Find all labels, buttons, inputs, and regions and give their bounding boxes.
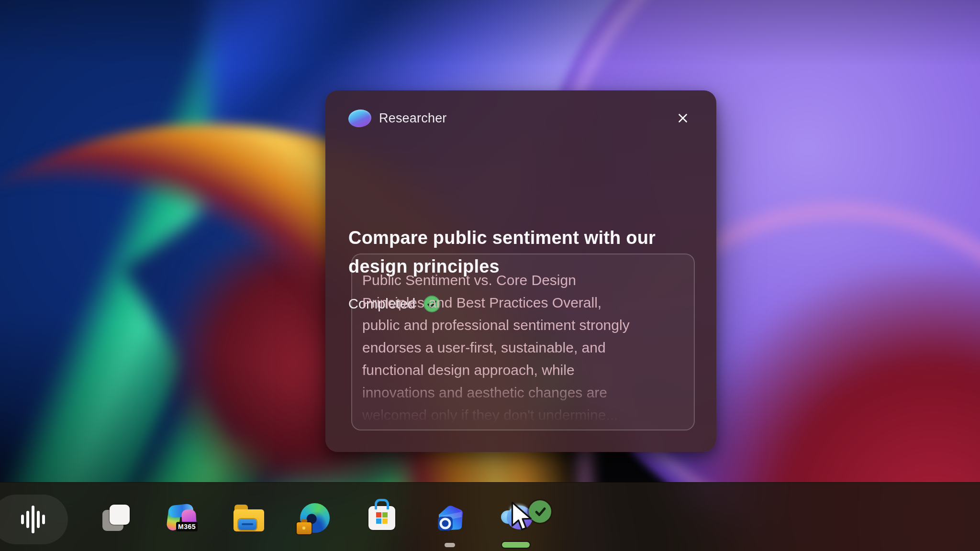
m365-copilot-icon: M365: [166, 502, 198, 534]
outlook-icon: [434, 504, 465, 532]
taskbar-outlook-button[interactable]: [431, 499, 469, 537]
voice-waveform-icon: [21, 495, 45, 544]
edge-icon: [300, 503, 330, 533]
microsoft-store-icon: [368, 506, 395, 530]
taskbar-file-explorer-button[interactable]: [230, 499, 268, 537]
copilot-active-indicator: [502, 542, 530, 548]
researcher-app-icon: [347, 108, 372, 129]
mouse-cursor-icon: [511, 501, 536, 533]
outlook-running-indicator: [445, 543, 455, 547]
m365-badge: M365: [176, 522, 198, 531]
card-header: Researcher: [348, 108, 697, 129]
researcher-card: Researcher Compare public sentiment with…: [325, 90, 716, 452]
summary-text: Public Sentiment vs. Core Design Princip…: [352, 254, 694, 426]
file-explorer-icon: [234, 505, 264, 531]
close-icon: [676, 111, 690, 125]
taskbar-task-view-button[interactable]: [97, 499, 135, 537]
taskbar: M365: [0, 482, 980, 551]
desktop: Researcher Compare public sentiment with…: [0, 0, 980, 551]
work-briefcase-icon: [297, 522, 312, 534]
taskbar-voice-indicator[interactable]: [0, 495, 68, 544]
close-button[interactable]: [672, 108, 693, 129]
taskbar-edge-button[interactable]: [296, 499, 334, 537]
summary-box[interactable]: Public Sentiment vs. Core Design Princip…: [351, 253, 695, 430]
taskbar-m365-copilot-button[interactable]: M365: [163, 499, 201, 537]
taskbar-store-button[interactable]: [363, 499, 401, 537]
task-view-icon: [101, 504, 131, 532]
researcher-app-name: Researcher: [379, 111, 447, 126]
